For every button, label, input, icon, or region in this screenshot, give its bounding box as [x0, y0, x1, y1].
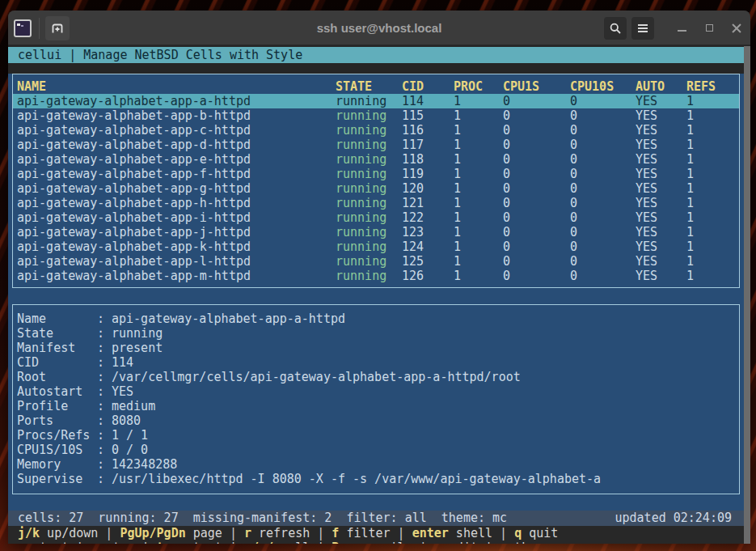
detail-label: Manifest — [17, 341, 97, 355]
cell-proc: 1 — [454, 94, 503, 108]
help-separator: | — [412, 540, 434, 544]
cell-state: running — [336, 167, 402, 181]
table-row[interactable]: api-gateway-alphabet-app-f-httpdrunning1… — [13, 167, 739, 181]
cell-auto: YES — [636, 181, 686, 196]
main-area: NAMESTATECIDPROCCPU1SCPU10SAUTOREFS api-… — [8, 74, 744, 511]
terminal-viewport[interactable]: cellui | Manage NetBSD Cells with Style … — [8, 46, 750, 544]
cell-refs: 1 — [686, 239, 739, 254]
detail-separator: : — [97, 370, 112, 384]
help-bar-1: j/k up/down | PgUp/PgDn page | r refresh… — [8, 526, 744, 540]
help-separator: | — [135, 540, 157, 544]
detail-row: CPU1S/10S:0 / 0 — [13, 443, 739, 457]
table-row[interactable]: api-gateway-alphabet-app-l-httpdrunning1… — [13, 254, 739, 269]
cell-refs: 1 — [686, 94, 739, 108]
help-separator: | — [310, 540, 332, 544]
table-row[interactable]: api-gateway-alphabet-app-c-httpdrunning1… — [13, 123, 739, 138]
cell-cpu1s: 0 — [503, 94, 570, 108]
cell-cid: 121 — [402, 196, 454, 210]
help-bar-2: s start | x stop | t restart | a/z/y all… — [8, 540, 744, 544]
cell-state: running — [336, 108, 402, 123]
maximize-button[interactable] — [703, 17, 716, 40]
minimize-icon — [678, 30, 686, 32]
cell-cid: 120 — [402, 181, 454, 196]
cell-cpu1s: 0 — [503, 196, 570, 210]
table-row[interactable]: api-gateway-alphabet-app-d-httpdrunning1… — [13, 138, 739, 152]
cell-proc: 1 — [454, 181, 503, 196]
table-row[interactable]: api-gateway-alphabet-app-h-httpdrunning1… — [13, 196, 739, 210]
table-row[interactable]: api-gateway-alphabet-app-b-httpdrunning1… — [13, 108, 739, 123]
detail-row: Root:/var/cellmgr/cells/api-gateway-alph… — [13, 370, 739, 384]
help-key: PgUp/PgDn — [120, 526, 185, 540]
cell-cid: 117 — [402, 138, 454, 152]
help-separator: | — [222, 526, 244, 540]
column-header-auto: AUTO — [636, 79, 686, 94]
detail-row: CID:114 — [13, 355, 739, 370]
search-button[interactable] — [604, 17, 627, 40]
cell-proc: 1 — [454, 138, 503, 152]
titlebar[interactable]: ssh user@vhost.local — [8, 11, 750, 45]
cell-cid: 124 — [402, 239, 454, 254]
cell-cpu10s: 0 — [570, 123, 636, 138]
detail-label: Name — [17, 312, 97, 326]
detail-value: present — [112, 341, 739, 355]
cell-state: running — [336, 254, 402, 269]
cell-name: api-gateway-alphabet-app-b-httpd — [13, 108, 336, 123]
column-header-cpu1s: CPU1S — [503, 79, 570, 94]
cell-cid: 119 — [402, 167, 454, 181]
cell-refs: 1 — [686, 269, 739, 283]
help-key: a/z/y — [244, 540, 281, 544]
cell-auto: YES — [636, 210, 686, 225]
detail-label: Procs/Refs — [17, 428, 97, 443]
detail-separator: : — [97, 413, 112, 428]
menu-button[interactable] — [631, 17, 654, 40]
detail-value: /var/cellmgr/cells/api-gateway-alphabet-… — [112, 370, 739, 384]
cell-cpu10s: 0 — [570, 94, 636, 108]
cell-name: api-gateway-alphabet-app-e-httpd — [13, 152, 336, 167]
detail-row: Autostart:YES — [13, 384, 739, 399]
cell-cpu1s: 0 — [503, 254, 570, 269]
cell-proc: 1 — [454, 152, 503, 167]
help-key: enter — [412, 526, 449, 540]
scrollbar[interactable] — [744, 46, 750, 544]
cell-name: api-gateway-alphabet-app-a-httpd — [13, 94, 336, 108]
cell-proc: 1 — [454, 167, 503, 181]
close-button[interactable] — [730, 17, 743, 40]
help-key: x — [91, 540, 98, 544]
cell-auto: YES — [636, 225, 686, 239]
table-row[interactable]: api-gateway-alphabet-app-k-httpdrunning1… — [13, 239, 739, 254]
table-row[interactable]: api-gateway-alphabet-app-j-httpdrunning1… — [13, 225, 739, 239]
cell-cid: 126 — [402, 269, 454, 283]
detail-separator: : — [97, 428, 112, 443]
cell-name: api-gateway-alphabet-app-m-httpd — [13, 269, 336, 283]
cell-name: api-gateway-alphabet-app-g-httpd — [13, 181, 336, 196]
hamburger-menu-icon — [637, 23, 648, 33]
table-row[interactable]: api-gateway-alphabet-app-i-httpdrunning1… — [13, 210, 739, 225]
cell-cpu10s: 0 — [570, 108, 636, 123]
cell-refs: 1 — [686, 123, 739, 138]
maximize-icon — [706, 24, 713, 32]
help-key: m — [500, 540, 507, 544]
help-key: q — [514, 526, 522, 540]
detail-separator: : — [97, 312, 112, 326]
detail-row: Profile:medium — [13, 399, 739, 413]
table-body: api-gateway-alphabet-app-a-httpdrunning1… — [13, 94, 739, 283]
minimize-button[interactable] — [675, 17, 688, 40]
cell-proc: 1 — [454, 196, 503, 210]
detail-value: 8080 — [112, 413, 739, 428]
detail-label: Supervise — [17, 472, 97, 486]
close-icon — [732, 23, 741, 33]
cell-cid: 125 — [402, 254, 454, 269]
help-separator: | — [478, 540, 500, 544]
table-row[interactable]: api-gateway-alphabet-app-m-httpdrunning1… — [13, 269, 739, 283]
help-separator: | — [391, 526, 412, 540]
cell-cid: 118 — [402, 152, 454, 167]
cell-refs: 1 — [686, 108, 739, 123]
cell-proc: 1 — [454, 210, 503, 225]
cell-proc: 1 — [454, 108, 503, 123]
cell-name: api-gateway-alphabet-app-l-httpd — [13, 254, 336, 269]
detail-row: Procs/Refs:1 / 1 — [13, 428, 739, 443]
cell-cpu1s: 0 — [503, 123, 570, 138]
table-row[interactable]: api-gateway-alphabet-app-e-httpdrunning1… — [13, 152, 739, 167]
table-row[interactable]: api-gateway-alphabet-app-g-httpdrunning1… — [13, 181, 739, 196]
table-row[interactable]: api-gateway-alphabet-app-a-httpdrunning1… — [13, 94, 739, 108]
